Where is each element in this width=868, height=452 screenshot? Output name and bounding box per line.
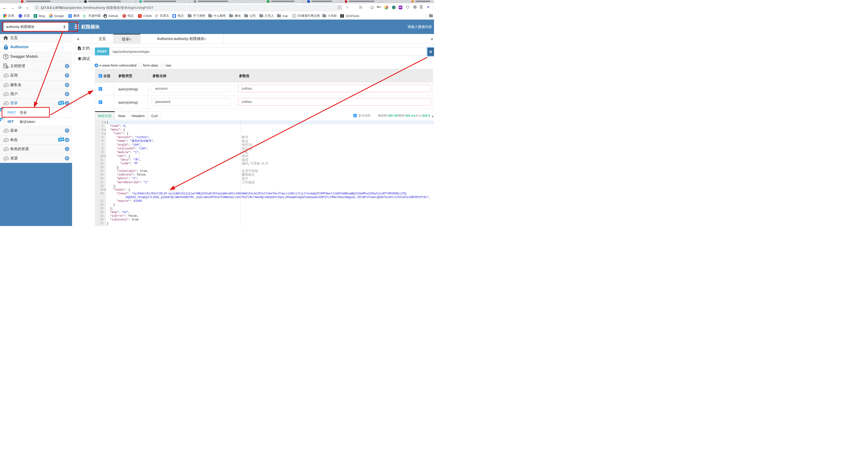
svg-text:API: API	[4, 75, 7, 77]
svg-text:API: API	[4, 84, 7, 86]
svg-text:API: API	[4, 130, 7, 132]
svg-text:A: A	[5, 55, 6, 56]
svg-text:API: API	[4, 93, 7, 95]
svg-text:API: API	[4, 158, 7, 160]
svg-text:API: API	[4, 103, 7, 104]
svg-text:API: API	[4, 148, 7, 150]
svg-text:API: API	[4, 139, 7, 141]
